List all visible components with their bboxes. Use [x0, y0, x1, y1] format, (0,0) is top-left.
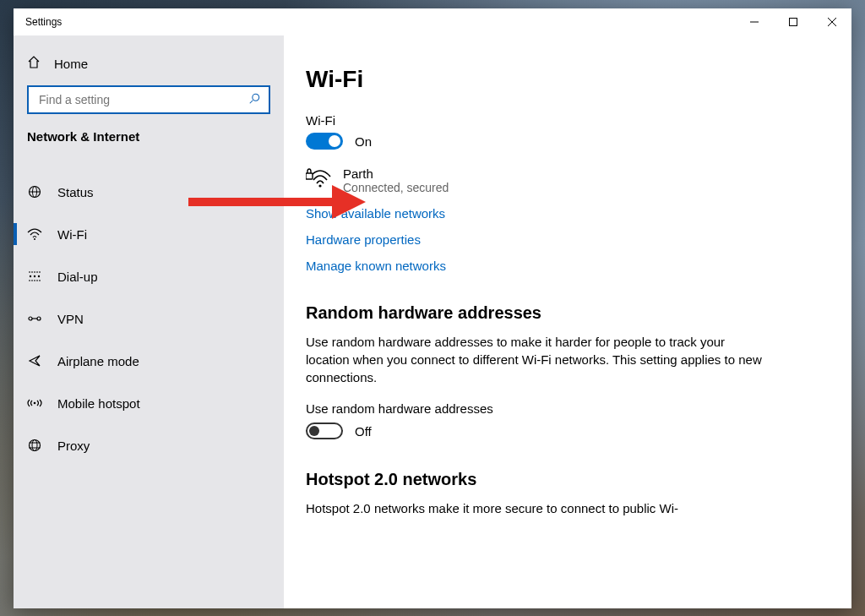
svg-rect-1 — [790, 19, 797, 26]
sidebar-item-label: Mobile hotspot — [57, 396, 140, 411]
hotspot-heading: Hotspot 2.0 networks — [306, 470, 831, 489]
network-name: Parth — [343, 166, 449, 181]
main-pane: Wi-Fi Wi-Fi On Pa — [284, 35, 851, 608]
network-card[interactable]: Parth Connected, secured — [306, 166, 831, 194]
link-hardware-properties[interactable]: Hardware properties — [306, 232, 831, 247]
random-addresses-body: Use random hardware addresses to make it… — [306, 333, 770, 386]
sidebar-nav: Status Wi-Fi Dial-up — [14, 171, 284, 466]
sidebar-item-label: VPN — [57, 312, 84, 326]
sidebar: Home Network & Internet Status — [14, 35, 284, 608]
sidebar-item-dialup[interactable]: Dial-up — [14, 255, 284, 297]
search-icon — [248, 93, 260, 107]
window-controls — [735, 8, 851, 35]
svg-point-9 — [34, 238, 35, 240]
hotspot-body: Hotspot 2.0 networks make it more secure… — [306, 499, 770, 517]
svg-point-19 — [30, 440, 41, 451]
svg-point-4 — [253, 94, 259, 101]
svg-point-12 — [38, 275, 40, 277]
link-manage-known[interactable]: Manage known networks — [306, 259, 831, 273]
random-addresses-label: Use random hardware addresses — [306, 401, 831, 416]
sidebar-item-proxy[interactable]: Proxy — [14, 424, 284, 466]
link-show-available[interactable]: Show available networks — [306, 206, 831, 221]
sidebar-item-hotspot[interactable]: Mobile hotspot — [14, 382, 284, 424]
maximize-button[interactable] — [774, 8, 813, 35]
window-title: Settings — [25, 16, 62, 28]
svg-line-5 — [250, 100, 253, 103]
sidebar-item-vpn[interactable]: VPN — [14, 297, 284, 340]
svg-rect-24 — [306, 173, 313, 179]
hotspot-icon — [27, 397, 42, 409]
svg-point-22 — [32, 440, 37, 451]
title-bar: Settings — [14, 8, 851, 35]
svg-point-15 — [29, 317, 32, 320]
sidebar-home[interactable]: Home — [14, 47, 284, 80]
network-wifi-secure-icon — [306, 168, 329, 193]
wifi-toggle-state: On — [355, 134, 372, 149]
svg-point-18 — [34, 402, 36, 405]
wifi-icon — [27, 227, 42, 241]
airplane-icon — [27, 354, 42, 368]
proxy-icon — [27, 439, 42, 452]
sidebar-item-label: Wi-Fi — [57, 227, 87, 242]
vpn-icon — [27, 313, 42, 324]
sidebar-item-wifi[interactable]: Wi-Fi — [14, 213, 284, 255]
wifi-toggle[interactable] — [306, 133, 343, 150]
svg-point-16 — [37, 317, 41, 320]
random-addresses-toggle[interactable] — [306, 422, 343, 439]
sidebar-item-label: Proxy — [57, 439, 90, 453]
search-input[interactable] — [37, 92, 248, 107]
svg-point-11 — [34, 275, 35, 277]
page-title: Wi-Fi — [306, 66, 831, 93]
sidebar-item-label: Airplane mode — [57, 354, 139, 368]
sidebar-item-label: Status — [57, 185, 94, 199]
svg-point-10 — [30, 275, 31, 277]
svg-point-23 — [318, 184, 321, 187]
random-addresses-state: Off — [355, 424, 372, 439]
status-icon — [27, 185, 42, 199]
dialup-icon — [27, 271, 42, 281]
sidebar-item-airplane[interactable]: Airplane mode — [14, 340, 284, 382]
random-addresses-heading: Random hardware addresses — [306, 303, 831, 323]
close-button[interactable] — [813, 8, 851, 35]
network-status: Connected, secured — [343, 181, 449, 194]
home-icon — [27, 56, 41, 72]
sidebar-group-title: Network & Internet — [14, 124, 284, 152]
wifi-toggle-label: Wi-Fi — [306, 113, 831, 128]
sidebar-home-label: Home — [54, 57, 88, 71]
minimize-button[interactable] — [735, 8, 774, 35]
settings-window: Settings Home — [14, 8, 851, 608]
sidebar-item-status[interactable]: Status — [14, 171, 284, 213]
search-input-wrap[interactable] — [27, 85, 270, 114]
sidebar-item-label: Dial-up — [57, 270, 98, 284]
